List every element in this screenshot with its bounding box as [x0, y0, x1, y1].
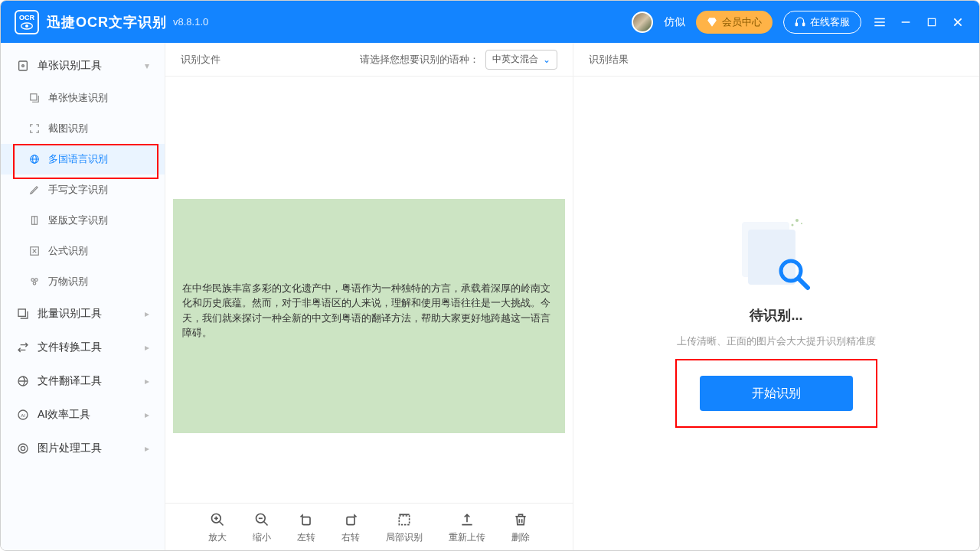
close-icon[interactable] [950, 15, 965, 30]
headset-icon [795, 17, 805, 28]
sidebar-section-translate[interactable]: 文件翻译工具▸ [1, 364, 165, 398]
svg-rect-11 [19, 61, 28, 70]
zoom-out-button[interactable]: 缩小 [253, 511, 271, 544]
rotate-left-button[interactable]: 左转 [297, 511, 315, 544]
svg-point-28 [21, 446, 24, 450]
svg-rect-38 [399, 516, 409, 525]
svg-rect-37 [347, 517, 354, 525]
svg-rect-2 [795, 23, 797, 26]
zoom-out-icon [253, 511, 270, 528]
objects-icon [28, 276, 41, 288]
chevron-down-icon: ⌄ [543, 54, 550, 65]
svg-rect-13 [31, 94, 37, 100]
rotate-right-button[interactable]: 右转 [341, 511, 360, 544]
sidebar-item-everything[interactable]: 万物识别 [1, 266, 165, 297]
username[interactable]: 仿似 [664, 15, 685, 29]
maximize-icon[interactable] [924, 15, 939, 30]
zoom-in-icon [209, 511, 226, 528]
single-icon [16, 59, 30, 73]
app-version: v8.8.1.0 [173, 16, 208, 28]
document-text: 在中华民族丰富多彩的文化遗产中，粤语作为一种独特的方言，承载着深厚的岭南文化和历… [173, 199, 565, 433]
trash-icon [512, 511, 529, 528]
svg-point-42 [801, 223, 802, 224]
svg-point-27 [18, 444, 28, 453]
partial-button[interactable]: 局部识别 [386, 511, 423, 544]
chevron-right-icon: ▸ [145, 342, 149, 353]
svg-point-20 [31, 279, 34, 282]
app-title: 迅捷OCR文字识别 [47, 13, 167, 31]
chevron-right-icon: ▸ [145, 308, 149, 319]
app-logo: OCR [15, 10, 39, 34]
hint-text: 上传清晰、正面的图片会大大提升识别精准度 [677, 335, 876, 348]
svg-point-12 [22, 65, 24, 67]
vip-button[interactable]: 会员中心 [696, 11, 773, 34]
sidebar-section-single[interactable]: 单张识别工具▾ [1, 49, 165, 83]
svg-point-21 [35, 279, 38, 282]
delete-button[interactable]: 删除 [511, 511, 530, 544]
center-title: 识别文件 [181, 53, 220, 67]
placeholder-image [742, 222, 811, 291]
svg-point-1 [25, 24, 28, 28]
pen-icon [28, 184, 41, 196]
preview-area: 在中华民族丰富多彩的文化遗产中，粤语作为一种独特的方言，承载着深厚的岭南文化和历… [165, 77, 573, 503]
svg-point-40 [792, 224, 794, 227]
sidebar-item-formula[interactable]: 公式识别 [1, 236, 165, 266]
svg-line-44 [799, 279, 808, 288]
convert-icon [16, 341, 30, 354]
menu-icon[interactable] [872, 15, 887, 30]
formula-icon [28, 245, 41, 257]
svg-point-41 [795, 219, 799, 222]
sidebar-section-convert[interactable]: 文件转换工具▸ [1, 331, 165, 364]
partial-icon [396, 511, 413, 528]
quick-icon [28, 92, 41, 104]
chevron-right-icon: ▸ [145, 443, 149, 454]
rotate-right-icon [342, 511, 359, 528]
vertical-icon [28, 214, 41, 227]
sidebar-item-handwrite[interactable]: 手写文字识别 [1, 174, 165, 205]
upload-icon [459, 511, 475, 528]
sidebar-item-screenshot[interactable]: 截图识别 [1, 113, 165, 144]
reupload-button[interactable]: 重新上传 [449, 511, 485, 544]
sidebar-item-vertical[interactable]: 竖版文字识别 [1, 205, 165, 236]
svg-line-30 [220, 522, 224, 526]
sidebar-item-quick[interactable]: 单张快速识别 [1, 83, 165, 113]
image-icon [16, 442, 30, 455]
svg-rect-36 [302, 517, 310, 525]
zoom-in-button[interactable]: 放大 [208, 511, 227, 544]
toolbar: 放大 缩小 左转 右转 局部识别 重新上传 删除 [165, 503, 573, 551]
diamond-icon [707, 17, 717, 28]
svg-line-34 [264, 522, 268, 526]
result-title: 识别结果 [589, 53, 629, 67]
minimize-icon[interactable] [898, 15, 913, 30]
center-panel: 识别文件 请选择您想要识别的语种： 中英文混合⌄ 在中华民族丰富多彩的文化遗产中… [165, 43, 573, 551]
titlebar: OCR 迅捷OCR文字识别 v8.8.1.0 仿似 会员中心 在线客服 [1, 1, 979, 43]
sidebar-item-multilang[interactable]: 多国语言识别 [1, 144, 165, 174]
screenshot-icon [28, 122, 41, 135]
ai-icon: AI [16, 408, 30, 422]
lang-dropdown[interactable]: 中英文混合⌄ [485, 50, 557, 70]
magnifier-icon [777, 257, 811, 291]
globe-icon [28, 153, 41, 165]
service-button[interactable]: 在线客服 [783, 11, 861, 34]
svg-rect-8 [928, 18, 935, 25]
rotate-left-icon [298, 511, 315, 528]
batch-icon [16, 307, 30, 321]
user-avatar[interactable] [632, 11, 653, 33]
chevron-down-icon: ▾ [145, 60, 149, 71]
svg-point-22 [33, 282, 36, 285]
sidebar: 单张识别工具▾ 单张快速识别 截图识别 多国语言识别 手写文字识别 竖版文字识别… [1, 43, 165, 551]
sidebar-section-ai[interactable]: AIAI效率工具▸ [1, 398, 165, 432]
sidebar-section-image[interactable]: 图片处理工具▸ [1, 432, 165, 465]
status-text: 待识别... [750, 306, 802, 324]
chevron-right-icon: ▸ [145, 376, 149, 386]
svg-rect-23 [18, 309, 25, 316]
svg-rect-3 [803, 23, 805, 26]
lang-label: 请选择您想要识别的语种： [360, 53, 479, 67]
translate-icon [16, 374, 30, 388]
result-panel: 识别结果 待识别... 上传清晰、正面的图片会大大提升识别精准度 开始识别 [573, 43, 979, 551]
sidebar-section-batch[interactable]: 批量识别工具▸ [1, 297, 165, 331]
start-recognition-button[interactable]: 开始识别 [700, 376, 853, 411]
svg-text:AI: AI [21, 413, 25, 418]
chevron-right-icon: ▸ [145, 409, 149, 420]
